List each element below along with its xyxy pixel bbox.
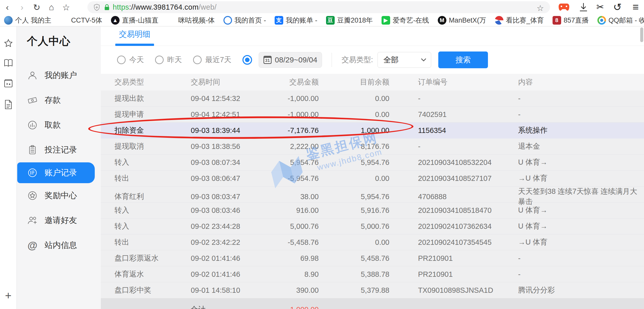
bookmark-item[interactable]: ▶爱奇艺-在线 [382, 16, 429, 25]
cell-content: 天天签到38 连续7天惊喜 连续满月大暴击 [518, 186, 644, 207]
url-scheme: https [113, 3, 129, 11]
sidebar-item-withdraw[interactable]: 取款 [17, 113, 101, 138]
cell-amount: -5,458.76 [263, 238, 319, 247]
radio-yesterday[interactable] [155, 56, 164, 64]
table-footer-row: 合计 -1,000.00 [101, 298, 644, 309]
cell-order-no: 202109034108518470 [389, 206, 518, 215]
cell-content: →U 体育 [518, 237, 644, 247]
cell-balance: 0.00 [319, 110, 389, 119]
sticker-panel-icon[interactable] [4, 79, 13, 88]
scrollbar-thumb[interactable] [640, 27, 643, 42]
table-row[interactable]: 转出 09-02 23:42:22 -5,458.76 0.00 2021090… [101, 234, 644, 250]
bookmark-item[interactable]: M咪咕视频-体 [167, 16, 215, 25]
table-row[interactable]: 扣除资金 09-03 18:39:44 -7,176.76 1,000.00 1… [101, 123, 644, 139]
bookmark-item[interactable]: MManBetX(万 [438, 16, 486, 25]
cell-order-no: 202109024107362634 [389, 222, 518, 231]
sidebar-item-bet-records[interactable]: 投注记录 [17, 138, 101, 162]
https-lock-icon [104, 4, 110, 11]
bookmark-star-icon[interactable]: ☆ [59, 2, 73, 12]
cell-amount: 5,954.76 [263, 158, 319, 167]
cell-amount: 390.00 [263, 286, 319, 295]
sidebar-item-invite-friends[interactable]: 邀请好友 [17, 208, 101, 233]
transaction-type-select[interactable]: 全部 [377, 52, 431, 68]
radio-custom-range-selected[interactable] [242, 55, 252, 65]
cell-time: 09-02 01:41:46 [191, 254, 263, 263]
cell-time: 09-01 14:58:10 [191, 286, 263, 295]
tab-transaction-details[interactable]: 交易明细 [115, 29, 154, 40]
sidebar-item-account-records[interactable]: 账户记录 [17, 162, 95, 183]
cell-amount: 916.00 [263, 206, 319, 215]
page: ‹ › ↻ ⌂ ☆ https://www.3981764.com/web/ ☆ [0, 0, 644, 309]
menu-icon[interactable]: ≡ [628, 2, 643, 12]
cell-order-no: 4706888 [389, 193, 518, 201]
table-row[interactable]: 盘口彩票返水 09-02 01:41:46 69.98 5,458.76 PR2… [101, 250, 644, 266]
reload-icon[interactable]: ↻ [29, 2, 44, 12]
cell-type: 提现出款 [115, 93, 191, 104]
table-row[interactable]: 提现申请 09-04 12:42:51 -1,000.00 0.00 74025… [101, 107, 644, 123]
favorite-star-icon[interactable]: ☆ [537, 3, 544, 13]
forward-icon[interactable]: › [15, 2, 29, 12]
address-bar[interactable]: https://www.3981764.com/web/ ☆ [87, 1, 550, 13]
sidebar-item-reward-center[interactable]: 奖励中心 [17, 183, 101, 208]
table-row[interactable]: 体育红利 09-03 08:03:47 38.00 5,954.76 47068… [101, 186, 644, 202]
cell-content: →U 体育 [518, 173, 644, 183]
download-icon[interactable] [576, 2, 591, 12]
radio-last7days[interactable] [193, 56, 202, 64]
sidebar-item-deposit[interactable]: 存款 [17, 88, 101, 113]
medal-star-icon [27, 191, 37, 201]
url-text[interactable]: https://www.3981764.com/web/ [113, 3, 217, 11]
table-row[interactable]: 转入 09-02 23:44:28 5,000.76 5,000.76 2021… [101, 218, 644, 234]
games-extension-icon[interactable] [556, 2, 572, 12]
bookmark-item[interactable]: 8857直播 [553, 16, 589, 25]
divider [332, 53, 332, 67]
table-row[interactable]: 提现取消 09-03 18:38:56 2,222.00 8,176.76 - … [101, 139, 644, 154]
cell-amount: 8.90 [263, 270, 319, 279]
back-icon[interactable]: ‹ [0, 2, 15, 12]
reading-list-book-icon[interactable] [3, 59, 13, 67]
sidebar-title: 个人中心 [27, 34, 101, 48]
sidebar-item-site-messages[interactable]: @ 站内信息 [17, 233, 101, 258]
cell-order-no: 202109024107354545 [389, 238, 518, 247]
radio-last7days-label[interactable]: 最近7天 [205, 55, 231, 65]
cell-time: 09-02 23:44:28 [191, 222, 263, 231]
filter-row: 今天 昨天 最近7天 08/29~09/04 交易类型: 全部 搜索 [101, 46, 644, 74]
bookmark-item[interactable]: QQ邮箱 - 收 [597, 16, 644, 25]
cell-amount: 2,222.00 [263, 142, 319, 151]
browser-side-strip: + [0, 26, 17, 309]
bookmark-item[interactable]: 豆豆瓣2018年 [326, 16, 373, 25]
search-button[interactable]: 搜索 [438, 52, 488, 68]
table-row[interactable]: 转出 09-03 08:06:47 -5,954.76 0.00 2021090… [101, 170, 644, 186]
table-row[interactable]: 体育返水 09-02 01:41:46 8.90 5,388.78 PR2109… [101, 266, 644, 282]
bookmark-item[interactable]: CCCTV-5体 [60, 16, 102, 25]
table-row[interactable]: 提现出款 09-04 12:54:32 -1,000.00 0.00 - - [101, 91, 644, 107]
radio-yesterday-label[interactable]: 昨天 [167, 55, 182, 65]
add-tab-plus-icon[interactable]: + [5, 289, 12, 302]
sidebar-item-my-account[interactable]: 我的账户 [17, 63, 101, 88]
favorites-star-icon[interactable] [4, 39, 13, 48]
radio-today-label[interactable]: 今天 [129, 55, 144, 65]
table-row[interactable]: 转入 09-03 08:07:34 5,954.76 5,954.76 2021… [101, 154, 644, 170]
bookmark-item[interactable]: 看比赛_体育 [495, 16, 544, 25]
cell-time: 09-03 08:03:47 [191, 193, 263, 201]
total-amount: -1,000.00 [263, 305, 319, 309]
bookmark-item[interactable]: 支我的账单 - [275, 16, 317, 25]
screenshot-scissors-icon[interactable]: ✂ [592, 2, 608, 12]
cell-time: 09-02 23:42:22 [191, 238, 263, 247]
cell-type: 转入 [115, 205, 191, 215]
date-range-picker[interactable]: 08/29~09/04 [259, 52, 322, 68]
bookmark-item[interactable]: 我的首页 - [223, 16, 266, 25]
bookmark-favicon [495, 16, 503, 25]
cell-balance: 0.00 [319, 174, 389, 183]
undo-icon[interactable]: ↺ [610, 2, 625, 12]
shield-permissions-icon[interactable] [93, 4, 101, 11]
home-icon[interactable]: ⌂ [44, 2, 59, 12]
bookmark-item[interactable]: ▲直播-山猫直 [111, 16, 159, 25]
col-header: 交易金额 [263, 77, 319, 87]
bookmark-item[interactable]: 个人 我的主 [4, 16, 51, 25]
radio-today[interactable] [117, 56, 126, 64]
cell-content: - [518, 270, 644, 279]
cell-content: - [518, 110, 644, 119]
cell-amount: 69.98 [263, 254, 319, 263]
notes-document-icon[interactable] [4, 99, 13, 110]
table-row[interactable]: 盘口彩中奖 09-01 14:58:10 390.00 5,379.88 TX0… [101, 282, 644, 298]
